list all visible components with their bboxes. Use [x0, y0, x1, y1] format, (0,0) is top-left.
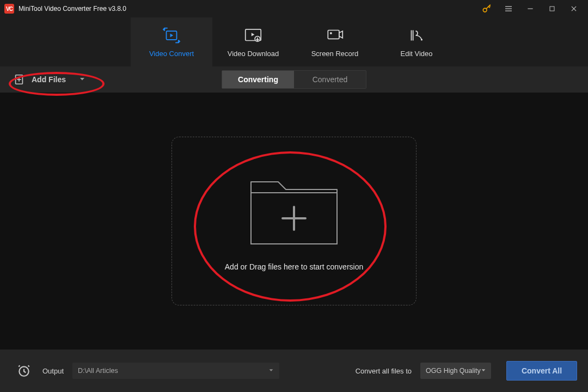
add-files-button[interactable]: Add Files [13, 70, 92, 89]
svg-marker-24 [270, 369, 273, 371]
license-key-icon[interactable] [476, 0, 498, 17]
window-title: MiniTool Video Converter Free v3.8.0 [19, 5, 126, 13]
svg-marker-9 [170, 33, 174, 36]
segment-converting[interactable]: Converting [222, 71, 294, 88]
tab-edit-video[interactable]: Edit Video [376, 17, 457, 66]
add-file-icon [13, 74, 25, 85]
menu-icon[interactable] [498, 0, 519, 17]
file-dropzone[interactable]: Add or Drag files here to start conversi… [171, 137, 416, 305]
conversion-state-segment: Converting Converted [222, 70, 366, 89]
tab-label: Screen Record [311, 50, 359, 58]
add-files-label: Add Files [32, 75, 66, 84]
svg-point-0 [483, 8, 487, 12]
svg-rect-5 [550, 7, 554, 11]
output-format-select[interactable]: OGG High Quality [420, 363, 491, 379]
download-icon [243, 27, 264, 44]
svg-rect-13 [328, 30, 339, 39]
convert-icon [161, 27, 182, 44]
edit-icon [406, 27, 427, 44]
minimize-button[interactable] [519, 0, 541, 17]
tab-video-convert[interactable]: Video Convert [131, 17, 212, 66]
svg-marker-19 [80, 78, 84, 81]
svg-point-15 [421, 39, 422, 40]
schedule-icon[interactable] [16, 363, 32, 378]
chevron-down-icon [79, 75, 85, 84]
svg-marker-25 [481, 369, 485, 371]
dropzone-text: Add or Drag files here to start conversi… [225, 262, 363, 271]
app-logo: VC [4, 4, 14, 14]
svg-point-14 [330, 32, 332, 34]
chevron-down-icon [268, 367, 274, 375]
tab-label: Video Convert [149, 50, 194, 58]
output-path-select[interactable]: D:\All Articles [72, 363, 279, 379]
folder-plus-icon [248, 171, 340, 247]
output-format-value: OGG High Quality [426, 367, 481, 375]
tab-label: Edit Video [400, 50, 432, 58]
convert-all-button[interactable]: Convert All [506, 361, 577, 381]
maximize-button[interactable] [541, 0, 563, 17]
output-label: Output [42, 367, 64, 375]
record-icon [324, 27, 345, 44]
close-button[interactable] [563, 0, 585, 17]
tab-video-download[interactable]: Video Download [212, 17, 294, 66]
segment-converted[interactable]: Converted [294, 71, 366, 88]
tab-label: Video Download [228, 50, 279, 58]
convert-all-files-to-label: Convert all files to [356, 367, 412, 375]
svg-marker-11 [252, 33, 255, 36]
chevron-down-icon [481, 367, 486, 375]
output-path-value: D:\All Articles [78, 367, 118, 375]
tab-screen-record[interactable]: Screen Record [294, 17, 376, 66]
